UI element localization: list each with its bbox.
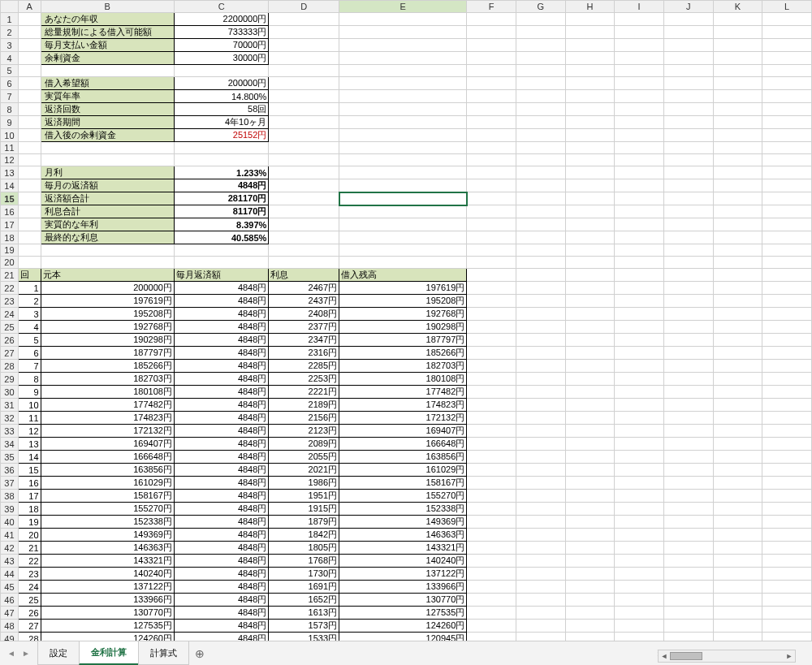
cell-J38[interactable] bbox=[663, 490, 713, 503]
cell-F48[interactable] bbox=[467, 620, 516, 633]
cell-G33[interactable] bbox=[516, 425, 565, 438]
cell-F44[interactable] bbox=[467, 568, 516, 581]
row-header-46[interactable]: 46 bbox=[1, 594, 19, 607]
cell-H45[interactable] bbox=[565, 581, 615, 594]
cell-G31[interactable] bbox=[516, 399, 565, 412]
cell-I47[interactable] bbox=[615, 607, 664, 620]
cell-J46[interactable] bbox=[663, 594, 713, 607]
cell-B43[interactable]: 143321円 bbox=[41, 555, 174, 568]
cell-A36[interactable]: 15 bbox=[18, 464, 41, 477]
cell-F10[interactable] bbox=[467, 129, 516, 142]
cell-A1[interactable] bbox=[18, 13, 41, 26]
cell-L23[interactable] bbox=[762, 295, 812, 308]
cell-L33[interactable] bbox=[762, 425, 812, 438]
cell-K5[interactable] bbox=[713, 65, 762, 77]
cell-L3[interactable] bbox=[762, 39, 812, 52]
cell-C46[interactable]: 4848円 bbox=[174, 594, 268, 607]
cell-J44[interactable] bbox=[663, 568, 713, 581]
cell-E7[interactable] bbox=[339, 90, 467, 103]
cell-H16[interactable] bbox=[565, 205, 615, 218]
cell-B5[interactable] bbox=[41, 65, 174, 77]
cell-E43[interactable]: 140240円 bbox=[339, 555, 467, 568]
cell-C25[interactable]: 4848円 bbox=[174, 321, 268, 334]
cell-A22[interactable]: 1 bbox=[18, 282, 41, 295]
cell-A11[interactable] bbox=[18, 142, 41, 154]
cell-I1[interactable] bbox=[615, 13, 664, 26]
row-header-19[interactable]: 19 bbox=[1, 244, 19, 257]
cell-G15[interactable] bbox=[516, 192, 565, 205]
cell-E33[interactable]: 169407円 bbox=[339, 425, 467, 438]
cell-K49[interactable] bbox=[713, 633, 762, 641]
cell-G12[interactable] bbox=[516, 154, 565, 166]
row-header-31[interactable]: 31 bbox=[1, 399, 19, 412]
cell-G17[interactable] bbox=[516, 218, 565, 231]
cell-I24[interactable] bbox=[615, 308, 664, 321]
cell-F45[interactable] bbox=[467, 581, 516, 594]
row-header-20[interactable]: 20 bbox=[1, 257, 19, 269]
cell-A23[interactable]: 2 bbox=[18, 295, 41, 308]
cell-A14[interactable] bbox=[18, 179, 41, 192]
cell-G19[interactable] bbox=[516, 244, 565, 257]
col-header-L[interactable]: L bbox=[762, 1, 812, 13]
cell-A13[interactable] bbox=[18, 166, 41, 179]
cell-J1[interactable] bbox=[663, 13, 713, 26]
row-header-30[interactable]: 30 bbox=[1, 386, 19, 399]
row-header-29[interactable]: 29 bbox=[1, 373, 19, 386]
cell-F37[interactable] bbox=[467, 477, 516, 490]
cell-B20[interactable] bbox=[41, 257, 174, 269]
cell-E19[interactable] bbox=[339, 244, 467, 257]
cell-F39[interactable] bbox=[467, 503, 516, 516]
cell-D45[interactable]: 1691円 bbox=[269, 581, 339, 594]
tab-nav-next[interactable]: ► bbox=[19, 646, 32, 662]
cell-L16[interactable] bbox=[762, 205, 812, 218]
row-header-48[interactable]: 48 bbox=[1, 620, 19, 633]
cell-I18[interactable] bbox=[615, 231, 664, 244]
cell-I26[interactable] bbox=[615, 334, 664, 347]
cell-D46[interactable]: 1652円 bbox=[269, 594, 339, 607]
cell-E21[interactable]: 借入残高 bbox=[339, 269, 467, 282]
cell-G6[interactable] bbox=[516, 77, 565, 90]
row-header-13[interactable]: 13 bbox=[1, 166, 19, 179]
cell-J21[interactable] bbox=[663, 269, 713, 282]
cell-H29[interactable] bbox=[565, 373, 615, 386]
cell-C31[interactable]: 4848円 bbox=[174, 399, 268, 412]
cell-H9[interactable] bbox=[565, 116, 615, 129]
cell-K8[interactable] bbox=[713, 103, 762, 116]
cell-K44[interactable] bbox=[713, 568, 762, 581]
cell-J32[interactable] bbox=[663, 412, 713, 425]
cell-J18[interactable] bbox=[663, 231, 713, 244]
cell-D49[interactable]: 1533円 bbox=[269, 633, 339, 641]
row-header-12[interactable]: 12 bbox=[1, 154, 19, 166]
cell-I45[interactable] bbox=[615, 581, 664, 594]
cell-E23[interactable]: 195208円 bbox=[339, 295, 467, 308]
cell-H12[interactable] bbox=[565, 154, 615, 166]
cell-B46[interactable]: 133966円 bbox=[41, 594, 174, 607]
cell-B25[interactable]: 192768円 bbox=[41, 321, 174, 334]
cell-I30[interactable] bbox=[615, 386, 664, 399]
row-header-15[interactable]: 15 bbox=[1, 192, 19, 205]
cell-K34[interactable] bbox=[713, 438, 762, 451]
cell-A16[interactable] bbox=[18, 205, 41, 218]
cell-J28[interactable] bbox=[663, 360, 713, 373]
scroll-right-button[interactable]: ► bbox=[784, 650, 795, 662]
cell-B15[interactable]: 返済額合計 bbox=[41, 192, 174, 205]
row-header-45[interactable]: 45 bbox=[1, 581, 19, 594]
cell-A42[interactable]: 21 bbox=[18, 542, 41, 555]
cell-B12[interactable] bbox=[41, 154, 174, 166]
cell-L47[interactable] bbox=[762, 607, 812, 620]
cell-J6[interactable] bbox=[663, 77, 713, 90]
cell-J23[interactable] bbox=[663, 295, 713, 308]
cell-B17[interactable]: 実質的な年利 bbox=[41, 218, 174, 231]
cell-E17[interactable] bbox=[339, 218, 467, 231]
cell-B18[interactable]: 最終的な利息 bbox=[41, 231, 174, 244]
sheet-tab-計算式[interactable]: 計算式 bbox=[138, 641, 189, 665]
cell-L18[interactable] bbox=[762, 231, 812, 244]
cell-L46[interactable] bbox=[762, 594, 812, 607]
cell-H20[interactable] bbox=[565, 257, 615, 269]
cell-A2[interactable] bbox=[18, 26, 41, 39]
row-header-3[interactable]: 3 bbox=[1, 39, 19, 52]
cell-H27[interactable] bbox=[565, 347, 615, 360]
cell-E40[interactable]: 149369円 bbox=[339, 516, 467, 529]
cell-E28[interactable]: 182703円 bbox=[339, 360, 467, 373]
cell-F30[interactable] bbox=[467, 386, 516, 399]
